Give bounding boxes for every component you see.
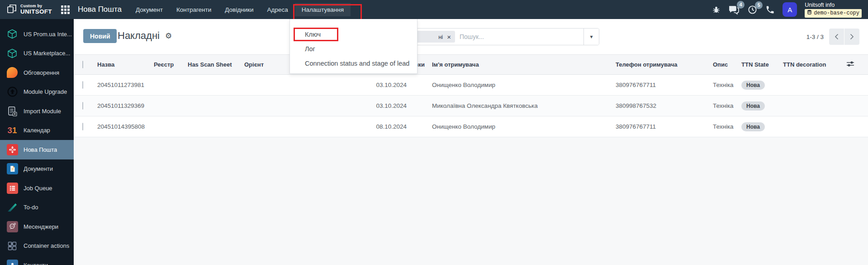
table-row[interactable]: 20451011273981 03.10.2024 Онищенко Волод… (74, 75, 868, 96)
dropdown-item-key[interactable]: Ключ (290, 27, 417, 42)
cell-phone: 380998767532 (612, 96, 709, 116)
topbar: Custom by UNITSOFT Нова Пошта Документ К… (0, 0, 868, 19)
optional-columns-icon[interactable] (846, 62, 854, 68)
messages-icon[interactable]: 4 (728, 4, 740, 15)
table-row[interactable]: 20451011329369 03.10.2024 Миколаївна Оле… (74, 96, 868, 116)
sidebar-item-calendar[interactable]: 31 Календар (0, 121, 74, 140)
search-input[interactable] (460, 33, 550, 40)
row-checkbox[interactable] (82, 81, 83, 89)
job-queue-icon (6, 182, 19, 194)
column-header-ttn-state[interactable]: TTN State (738, 55, 779, 75)
activities-clock-icon[interactable]: 5 (747, 5, 758, 15)
cell-registry (150, 75, 184, 96)
menu-item-document[interactable]: Документ (129, 3, 170, 16)
status-badge: Нова (741, 81, 765, 90)
cell-date: 08.10.2024 (241, 116, 428, 137)
phone-icon[interactable] (765, 5, 775, 14)
user-info-block[interactable]: Unitsoft info demo-base-copy (805, 2, 862, 18)
debug-bug-icon[interactable] (712, 5, 721, 14)
column-header-recipient[interactable]: Ім'я отримувача (428, 55, 612, 75)
chevron-down-icon: ▾ (590, 34, 593, 40)
optional-columns-header[interactable] (843, 55, 868, 75)
settings-dropdown: Ключ Лог Connection status and stage of … (289, 19, 417, 74)
cube-icon (6, 28, 19, 40)
row-checkbox[interactable] (82, 123, 83, 130)
cell-recipient: Миколаївна Олександра Квятковська (428, 96, 612, 116)
sidebar-item-us-marketplace[interactable]: US Marketplace... (0, 44, 74, 63)
sidebar-item-import-module[interactable]: Import Module (0, 101, 74, 121)
menu-item-directories[interactable]: Довідники (218, 3, 260, 16)
cell-recipient: Онищенко Володимир (428, 116, 612, 137)
facet-value: ні (438, 34, 443, 40)
sidebar-item-module-upgrade[interactable]: Module Upgrade (0, 82, 74, 102)
cell-has-scan-sheet (184, 116, 241, 137)
main-content: Новий Накладні ⚙ ні × ▾ 1-3 / 3 (74, 19, 868, 265)
table-row[interactable]: 20451014395808 08.10.2024 Онищенко Волод… (74, 116, 868, 137)
database-name: demo-base-copy (814, 10, 859, 16)
pager-previous-button[interactable] (829, 29, 844, 45)
sidebar-item-nova-poshta[interactable]: Нова Пошта (0, 140, 74, 159)
page-title: Накладні (118, 30, 160, 42)
cell-description: Техніка (709, 116, 738, 137)
column-header-registry[interactable]: Реєстр (150, 55, 184, 75)
empty-area (74, 137, 868, 265)
calendar-icon: 31 (6, 124, 19, 137)
apps-grid-icon[interactable] (61, 5, 70, 14)
column-header-phone[interactable]: Телефон отримувача (612, 55, 709, 75)
sidebar-item-job-queue[interactable]: Job Queue (0, 178, 74, 198)
row-checkbox[interactable] (82, 102, 83, 110)
gear-icon[interactable]: ⚙ (165, 31, 172, 41)
menu-item-addresses[interactable]: Адреса (261, 3, 295, 16)
sidebar-item-us-promua[interactable]: US Prom.ua Inte... (0, 24, 74, 44)
discuss-icon (6, 66, 19, 79)
cell-phone: 380976767711 (612, 75, 709, 96)
import-icon (6, 105, 19, 117)
cell-has-scan-sheet (184, 96, 241, 116)
sidebar: US Prom.ua Inte... US Marketplace... Обг… (0, 19, 74, 265)
app-title: Нова Пошта (78, 5, 122, 14)
activities-count-badge: 5 (755, 1, 763, 9)
sidebar-item-container-actions[interactable]: Container actions (0, 236, 74, 256)
menu-item-contractors[interactable]: Контрагенти (170, 3, 218, 16)
cell-ttn-decoration (779, 96, 843, 116)
user-avatar[interactable]: A (783, 2, 797, 17)
sidebar-item-messengers[interactable]: Месенджери (0, 217, 74, 236)
dropdown-item-log[interactable]: Лог (290, 42, 417, 56)
cube-icon (6, 47, 19, 60)
cell-registry (150, 96, 184, 116)
column-header-has-scan-sheet[interactable]: Has Scan Sheet (184, 55, 241, 75)
cell-ttn-state: Нова (738, 116, 779, 137)
column-header-description[interactable]: Опис (709, 55, 738, 75)
contacts-icon (6, 259, 19, 265)
todo-icon (6, 201, 19, 214)
select-all-header[interactable] (74, 55, 94, 75)
new-button[interactable]: Новий (83, 29, 117, 43)
search-options-toggle[interactable]: ▾ (583, 29, 599, 45)
dropdown-item-connection-status[interactable]: Connection status and stage of lead (290, 56, 417, 71)
database-icon (807, 10, 812, 17)
documents-icon (6, 163, 19, 175)
select-all-checkbox[interactable] (82, 61, 83, 68)
facet-close-icon[interactable]: × (447, 34, 451, 40)
status-badge: Нова (741, 122, 765, 131)
cell-description: Техніка (709, 96, 738, 116)
logo-main-text: UNITSOFT (20, 9, 52, 15)
sidebar-item-contacts[interactable]: Контакти (0, 255, 74, 265)
pager-next-button[interactable] (844, 29, 859, 45)
cell-has-scan-sheet (184, 75, 241, 96)
pager-range: 1-3 / 3 (806, 34, 824, 40)
nova-poshta-icon (6, 143, 19, 156)
cell-ttn-state: Нова (738, 96, 779, 116)
sidebar-item-documents[interactable]: Документи (0, 159, 74, 179)
company-name: Unitsoft info (805, 2, 862, 8)
records-table: Назва Реєстр Has Scan Sheet Орієнт вки І… (74, 54, 868, 137)
column-header-ttn-decoration[interactable]: TTN decoration (779, 55, 843, 75)
main-menu: Документ Контрагенти Довідники Адреса На… (129, 0, 351, 19)
cell-date: 03.10.2024 (241, 75, 428, 96)
cell-recipient: Онищенко Володимир (428, 75, 612, 96)
sidebar-item-discuss[interactable]: Обговорення (0, 63, 74, 82)
sidebar-item-todo[interactable]: To-do (0, 198, 74, 217)
menu-item-settings[interactable]: Налаштування (295, 3, 351, 16)
column-header-name[interactable]: Назва (94, 55, 150, 75)
unitsoft-logo: Custom by UNITSOFT (6, 3, 52, 16)
